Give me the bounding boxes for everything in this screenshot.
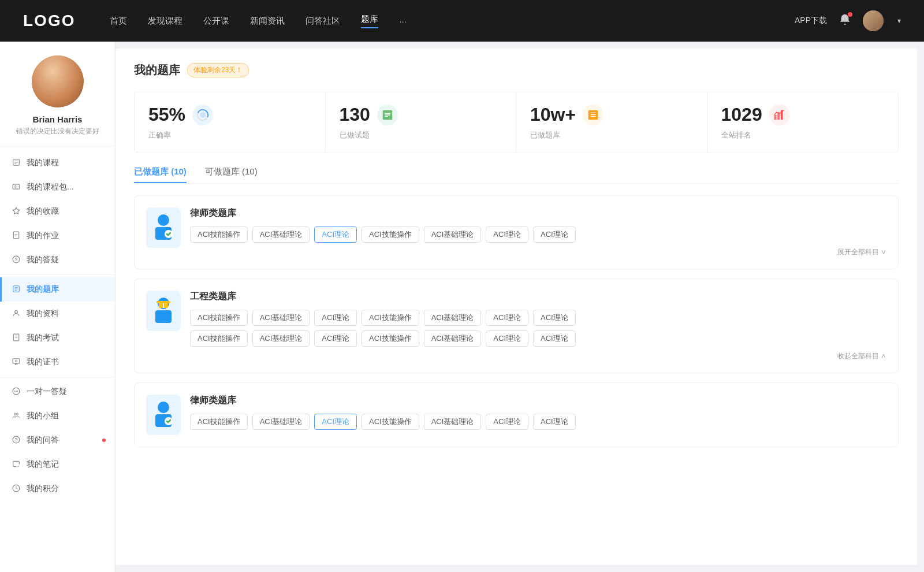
tag-2-7[interactable]: ACI技能操作: [190, 330, 248, 347]
sidebar-item-question-bank[interactable]: 我的题库: [0, 277, 115, 302]
sidebar-item-tutor-label: 一对一答疑: [27, 387, 67, 397]
svg-point-56: [158, 402, 169, 413]
nav-more[interactable]: ···: [399, 16, 407, 26]
notification-bell[interactable]: [839, 13, 851, 28]
expand-link-1[interactable]: 展开全部科目 ∨: [190, 247, 886, 257]
tag-1-1[interactable]: ACI基础理论: [252, 226, 310, 243]
tab-available-banks[interactable]: 可做题库 (10): [205, 166, 258, 183]
sidebar-item-courses[interactable]: 我的课程: [0, 151, 115, 175]
svg-point-27: [16, 391, 17, 392]
tag-2-3[interactable]: ACI技能操作: [362, 310, 419, 326]
bank-card-1-title: 律师类题库: [190, 207, 886, 220]
tag-2-1[interactable]: ACI基础理论: [252, 310, 310, 326]
tag-2-0[interactable]: ACI技能操作: [190, 310, 248, 326]
app-download-button[interactable]: APP下载: [795, 16, 827, 26]
exam-icon: [12, 333, 21, 343]
nav-home[interactable]: 首页: [110, 16, 127, 27]
sidebar-item-points-label: 我的积分: [27, 484, 59, 494]
stat-accuracy: 55% 正确率: [135, 92, 326, 152]
tag-3-0[interactable]: ACI技能操作: [190, 414, 248, 430]
bank-card-lawyer-1: 律师类题库 ACI技能操作 ACI基础理论 ACI理论 ACI技能操作 ACI基…: [134, 195, 899, 269]
sidebar-item-questions[interactable]: ? 我的答疑: [0, 248, 115, 272]
courses-icon: [12, 158, 21, 168]
course-package-icon: [12, 183, 21, 192]
page-title: 我的题库: [134, 62, 180, 78]
bank-card-engineer: 工程类题库 ACI技能操作 ACI基础理论 ACI理论 ACI技能操作 ACI基…: [134, 278, 899, 373]
tag-2-13[interactable]: ACI理论: [533, 330, 576, 347]
sidebar-item-course-package[interactable]: 我的课程包...: [0, 175, 115, 199]
tag-1-5[interactable]: ACI理论: [486, 226, 528, 243]
sidebar-item-tutor[interactable]: 一对一答疑: [0, 380, 115, 404]
stat-done-banks: 10w+ 已做题库: [516, 92, 707, 152]
nav-discover[interactable]: 发现课程: [148, 16, 182, 27]
tag-1-4[interactable]: ACI基础理论: [424, 226, 482, 243]
tag-3-6[interactable]: ACI理论: [533, 414, 576, 430]
sidebar-item-notes-label: 我的笔记: [27, 459, 59, 470]
svg-rect-4: [13, 184, 20, 188]
bank-card-1-tags: ACI技能操作 ACI基础理论 ACI理论 ACI技能操作 ACI基础理论 AC…: [190, 226, 886, 243]
tag-2-10[interactable]: ACI技能操作: [362, 330, 419, 347]
tag-2-6[interactable]: ACI理论: [533, 310, 576, 326]
notification-dot: [848, 12, 852, 17]
tag-2-9[interactable]: ACI理论: [314, 330, 357, 347]
sidebar-item-exam[interactable]: 我的考试: [0, 326, 115, 350]
svg-point-36: [200, 112, 206, 118]
tab-done-banks[interactable]: 已做题库 (10): [134, 166, 187, 183]
bank-card-2-title: 工程类题库: [190, 291, 886, 303]
stat-ranking-top: 1029: [721, 104, 885, 125]
tag-3-3[interactable]: ACI技能操作: [362, 414, 419, 430]
accuracy-icon: [192, 105, 213, 125]
nav-qa[interactable]: 问答社区: [305, 16, 340, 27]
tag-1-2[interactable]: ACI理论: [314, 226, 357, 243]
sidebar-menu: 我的课程 我的课程包... 我的收藏 我的作业: [0, 146, 115, 506]
sidebar-user-bio: 错误的决定比没有决定要好: [9, 127, 106, 136]
tag-3-2[interactable]: ACI理论: [314, 414, 357, 430]
sidebar-item-points[interactable]: 我的积分: [0, 477, 115, 501]
tag-1-0[interactable]: ACI技能操作: [190, 226, 248, 243]
svg-text:?: ?: [15, 437, 18, 442]
sidebar-item-profile[interactable]: 我的资料: [0, 302, 115, 326]
tag-3-5[interactable]: ACI理论: [486, 414, 528, 430]
tag-2-4[interactable]: ACI基础理论: [424, 310, 482, 326]
tag-2-5[interactable]: ACI理论: [486, 310, 528, 326]
points-icon: [12, 484, 21, 494]
sidebar-item-profile-label: 我的资料: [27, 309, 59, 319]
header: LOGO 首页 发现课程 公开课 新闻资讯 问答社区 题库 ··· APP下载 …: [0, 0, 924, 42]
bank-card-2-content: 工程类题库 ACI技能操作 ACI基础理论 ACI理论 ACI技能操作 ACI基…: [190, 291, 886, 361]
tag-1-3[interactable]: ACI技能操作: [362, 226, 419, 243]
sidebar-item-favorites[interactable]: 我的收藏: [0, 199, 115, 224]
sidebar-divider-2: [0, 377, 115, 377]
tag-2-2[interactable]: ACI理论: [314, 310, 357, 326]
sidebar-item-my-qa[interactable]: ? 我的问答: [0, 428, 115, 452]
sidebar-item-group[interactable]: 我的小组: [0, 404, 115, 428]
tag-3-4[interactable]: ACI基础理论: [424, 414, 482, 430]
nav-open-course[interactable]: 公开课: [203, 16, 229, 27]
sidebar-item-notes[interactable]: 我的笔记: [0, 452, 115, 477]
tag-2-12[interactable]: ACI理论: [486, 330, 528, 347]
user-avatar[interactable]: [863, 10, 884, 31]
bank-card-1-header: 律师类题库 ACI技能操作 ACI基础理论 ACI理论 ACI技能操作 ACI基…: [146, 207, 886, 257]
user-menu-chevron[interactable]: ▾: [897, 17, 901, 25]
header-right: APP下载 ▾: [795, 10, 901, 31]
bank-card-2-header: 工程类题库 ACI技能操作 ACI基础理论 ACI理论 ACI技能操作 ACI基…: [146, 291, 886, 361]
trial-badge: 体验剩余23天！: [187, 63, 249, 77]
stat-done-questions-top: 130: [340, 104, 502, 125]
svg-point-28: [17, 391, 18, 392]
sidebar-item-exam-label: 我的考试: [27, 333, 59, 343]
tag-3-1[interactable]: ACI基础理论: [252, 414, 310, 430]
tag-2-8[interactable]: ACI基础理论: [252, 330, 310, 347]
svg-point-48: [158, 214, 169, 226]
stat-done-questions-label: 已做试题: [340, 130, 502, 140]
nav-question-bank[interactable]: 题库: [361, 14, 378, 28]
tag-2-11[interactable]: ACI基础理论: [424, 330, 482, 347]
expand-link-2[interactable]: 收起全部科目 ∧: [190, 351, 886, 361]
sidebar-item-group-label: 我的小组: [27, 411, 59, 421]
tag-1-6[interactable]: ACI理论: [533, 226, 576, 243]
svg-rect-23: [13, 358, 20, 363]
svg-point-26: [14, 391, 16, 392]
sidebar-item-homework[interactable]: 我的作业: [0, 224, 115, 248]
nav-news[interactable]: 新闻资讯: [250, 16, 285, 27]
sidebar-item-certificate[interactable]: 我的证书: [0, 350, 115, 374]
sidebar-item-certificate-label: 我的证书: [27, 357, 59, 367]
sidebar-user-avatar[interactable]: [32, 55, 84, 107]
